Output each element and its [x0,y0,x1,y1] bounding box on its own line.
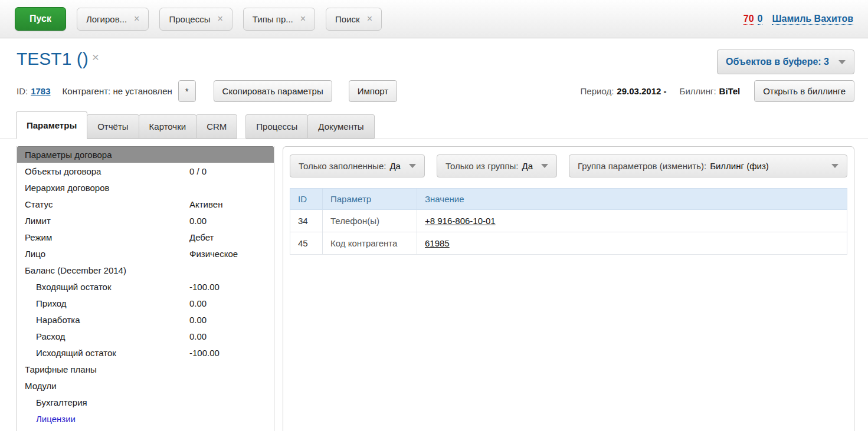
tab-label: Документы [318,121,363,131]
sidebar-item[interactable]: Статус Активен [17,196,274,212]
tabstrip: Параметры Отчёты Карточки CRM Процессы Д… [0,111,868,139]
sidebar-item-label: Статус [17,199,189,209]
param-value-link[interactable]: +8 916-806-10-01 [425,216,496,226]
close-icon[interactable]: × [134,14,139,24]
sidebar-item-label: Приход [17,298,189,308]
tab[interactable]: Отчёты [87,114,139,139]
sidebar-item[interactable]: Иерархия договоров [17,179,274,196]
sidebar-item[interactable]: Приход 0.00 [17,295,274,311]
sidebar-item[interactable]: Исходящий остаток -100.00 [17,344,274,361]
start-button[interactable]: Пуск [15,7,66,31]
sidebar-item[interactable]: Web [17,427,274,431]
id-label: ID: [17,86,28,96]
period-value: 29.03.2012 - [617,86,666,96]
sidebar-item[interactable]: Баланс (December 2014) [17,262,274,278]
sidebar-item-value: Физическое [189,249,238,259]
filter-dropdown[interactable]: Только из группы: Да [437,154,557,177]
sidebar-item-label: Наработка [17,315,189,325]
sidebar-item[interactable]: Тарифные планы [17,361,274,377]
sidebar-item[interactable]: Лицензии [17,410,274,427]
sidebar-item-value: 0.00 [189,331,207,341]
sidebar-item-value: 0.00 [189,298,207,308]
table-header-cell: Параметр [323,189,417,210]
tab[interactable]: Карточки [139,114,197,139]
filter-dropdown-label: Только из группы: [446,161,519,171]
parameters-table: ID Параметр Значение 34 Телефон(ы) +8 91… [290,188,847,255]
info-row: ID: 1783 Контрагент: не установлен * Ско… [17,80,854,102]
chevron-down-icon [838,60,846,64]
filter-dropdown[interactable]: Только заполненные: Да [290,154,425,177]
param-id-cell: 45 [290,232,323,255]
topbar-open-tab[interactable]: Типы пр... × [243,8,315,31]
param-value-link[interactable]: 61985 [425,238,450,248]
id-link[interactable]: 1783 [31,86,50,96]
sidebar-item-value: Дебет [189,232,214,242]
filters-row: Только заполненные: Да Только из группы:… [290,154,847,177]
close-icon[interactable]: × [217,14,222,24]
param-name-cell: Код контрагента [323,232,417,255]
topbar-open-tab[interactable]: Поиск × [326,8,382,31]
filter-dropdown[interactable]: Группа параметров (изменить): Биллинг (ф… [569,154,847,177]
table-row: 34 Телефон(ы) +8 916-806-10-01 [290,210,847,232]
import-button[interactable]: Импорт [349,80,397,102]
notification-count-blue[interactable]: 0 [758,14,763,25]
topbar-open-tab[interactable]: Логиров... × [77,8,149,31]
sidebar-item-label: Лицо [17,249,189,259]
close-icon[interactable]: × [300,14,306,24]
notification-count-red[interactable]: 70 [743,14,754,25]
sidebar-item[interactable]: Расход 0.00 [17,328,274,344]
sidebar-item-label: Исходящий остаток [17,348,189,358]
contractor-star-button[interactable]: * [178,80,196,102]
table-header-cell: ID [290,189,323,210]
sidebar-item-label: Модули [17,381,189,391]
table-row: 45 Код контрагента 61985 [290,232,847,255]
table-header-cell: Значение [417,189,847,210]
filter-dropdown-value: Биллинг (физ) [710,161,769,171]
copy-params-button[interactable]: Скопировать параметры [214,80,332,102]
open-in-billing-button[interactable]: Открыть в биллинге [754,80,854,102]
filter-dropdown-value: Да [389,161,401,171]
info-right: Период: 29.03.2012 - Биллинг: BiTel Откр… [581,80,854,102]
filter-dropdown-label: Группа параметров (изменить): [578,161,706,171]
close-icon[interactable]: × [92,50,99,64]
chevron-down-icon [541,164,548,168]
param-value-cell: +8 916-806-10-01 [417,210,847,232]
topbar: Пуск Логиров... × Процессы × Типы пр... … [0,0,868,38]
tab[interactable]: Документы [307,114,374,139]
tab-label: Отчёты [97,121,128,131]
tab-label: Карточки [149,121,186,131]
sidebar-item-label: Режим [17,232,189,242]
param-id-cell: 34 [290,210,323,232]
tab[interactable]: CRM [196,114,237,139]
tab[interactable]: Процессы [245,114,308,139]
sidebar-item[interactable]: Объекты договора 0 / 0 [17,163,274,179]
sidebar-item-label: Входящий остаток [17,282,189,292]
close-icon[interactable]: × [367,14,372,24]
sidebar-item[interactable]: Параметры договора [17,146,274,163]
contractor-field: Контрагент: не установлен [63,86,172,96]
tab[interactable]: Параметры [16,111,87,139]
billing-label: Биллинг: [680,86,716,96]
chevron-down-icon [831,164,838,168]
tab-label: Параметры [27,120,77,130]
tab-label: Процессы [256,121,297,131]
sidebar-item[interactable]: Лицо Физическое [17,245,274,262]
period-label: Период: [581,86,614,96]
sidebar-item[interactable]: Входящий остаток -100.00 [17,278,274,295]
sidebar-item[interactable]: Модули [17,377,274,394]
sidebar-item[interactable]: Лимит 0.00 [17,212,274,229]
user-name-link[interactable]: Шамиль Вахитов [772,14,853,25]
sidebar-item-value: 0.00 [189,216,207,226]
parameters-panel: Только заполненные: Да Только из группы:… [283,146,854,431]
sidebar-item[interactable]: Наработка 0.00 [17,311,274,328]
sidebar-item-label: Тарифные планы [17,364,189,374]
sidebar-item[interactable]: Бухгалтерия [17,394,274,410]
topbar-open-tab[interactable]: Процессы × [159,8,232,31]
buffer-dropdown-label: Объектов в буфере: 3 [726,57,829,67]
tab-label: CRM [207,121,227,131]
contractor-label: Контрагент: [63,86,111,96]
sidebar-item-label: Объекты договора [17,166,189,176]
table-header-row: ID Параметр Значение [290,189,847,210]
buffer-dropdown-button[interactable]: Объектов в буфере: 3 [717,50,854,74]
sidebar-item[interactable]: Режим Дебет [17,229,274,245]
